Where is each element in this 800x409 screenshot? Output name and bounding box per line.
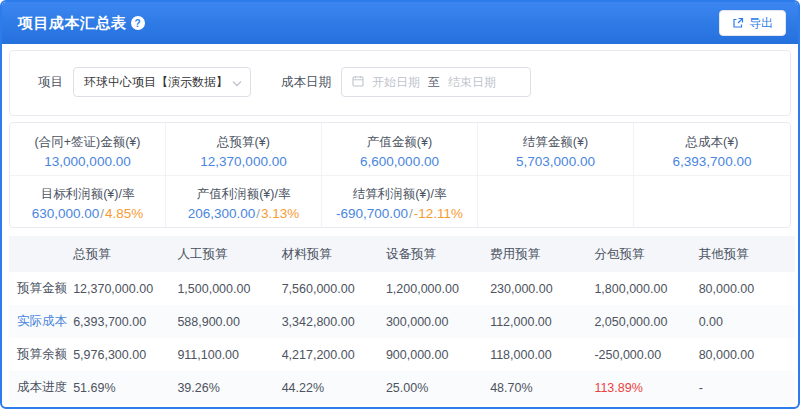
summary-card-output-profit: 产值利润额(¥)/率 206,300.00/3.13% [166, 175, 322, 227]
project-cost-summary-panel: 项目成本汇总表 ? 导出 项目 环球中心项目【演示数据】 [0, 0, 800, 409]
title-bar: 项目成本汇总表 ? 导出 [2, 2, 798, 44]
summary-card-target-profit: 目标利润额(¥)/率 630,000.00/4.85% [10, 175, 166, 227]
summary-card-empty [634, 175, 790, 227]
end-date-placeholder: 结束日期 [448, 74, 496, 91]
column-header-other-budget: 其他预算 [691, 236, 795, 272]
summary-card-settlement-amount: 结算金额(¥) 5,703,000.00 [478, 123, 634, 175]
project-select-value: 环球中心项目【演示数据】 [84, 74, 228, 91]
project-select[interactable]: 环球中心项目【演示数据】 [73, 67, 251, 97]
date-range-input[interactable]: 开始日期 至 结束日期 [341, 67, 531, 97]
help-icon[interactable]: ? [131, 16, 145, 30]
export-icon [732, 17, 744, 29]
chevron-down-icon [232, 73, 242, 91]
column-header-labor-budget: 人工预算 [169, 236, 273, 272]
filter-panel: 项目 环球中心项目【演示数据】 成本日期 [9, 50, 791, 116]
export-button[interactable]: 导出 [719, 10, 786, 36]
summary-card-output-amount: 产值金额(¥) 6,600,000.00 [322, 123, 478, 175]
summary-card-empty [478, 175, 634, 227]
over-budget-progress-cell: 113.89% [586, 371, 690, 404]
column-header-expense-budget: 费用预算 [482, 236, 586, 272]
cost-date-label: 成本日期 [281, 74, 331, 91]
budget-table: 总预算 人工预算 材料预算 设备预算 费用预算 分包预算 其他预算 预算金额 1… [9, 236, 795, 404]
summary-card-total-cost: 总成本(¥) 6,393,700.00 [634, 123, 790, 175]
column-header-equipment-budget: 设备预算 [378, 236, 482, 272]
summary-card-total-budget: 总预算(¥) 12,370,000.00 [166, 123, 322, 175]
export-button-label: 导出 [749, 15, 773, 32]
table-row-budget-amount: 预算金额 12,370,000.00 1,500,000.00 7,560,00… [9, 272, 795, 305]
calendar-icon [352, 73, 364, 91]
start-date-placeholder: 开始日期 [372, 74, 420, 91]
page-title: 项目成本汇总表 [18, 14, 127, 33]
column-header-total-budget: 总预算 [65, 236, 169, 272]
column-header-material-budget: 材料预算 [274, 236, 378, 272]
project-filter-label: 项目 [38, 74, 63, 91]
date-separator: 至 [428, 74, 440, 91]
summary-card-contract-amount: (合同+签证)金额(¥) 13,000,000.00 [10, 123, 166, 175]
column-header-subcontract-budget: 分包预算 [586, 236, 690, 272]
cost-date-filter: 成本日期 开始日期 至 结束日期 [281, 67, 531, 97]
summary-card-settlement-profit: 结算利润额(¥)/率 -690,700.00/-12.11% [322, 175, 478, 227]
table-row-budget-balance: 预算余额 5,976,300.00 911,100.00 4,217,200.0… [9, 338, 795, 371]
project-filter: 项目 环球中心项目【演示数据】 [38, 67, 251, 97]
summary-cards: (合同+签证)金额(¥) 13,000,000.00 总预算(¥) 12,370… [9, 122, 791, 228]
column-header-blank [9, 236, 65, 272]
table-header-row: 总预算 人工预算 材料预算 设备预算 费用预算 分包预算 其他预算 [9, 236, 795, 272]
table-row-actual-cost: 实际成本 6,393,700.00 588,900.00 3,342,800.0… [9, 305, 795, 338]
table-row-cost-progress: 成本进度 51.69% 39.26% 44.22% 25.00% 48.70% … [9, 371, 795, 404]
